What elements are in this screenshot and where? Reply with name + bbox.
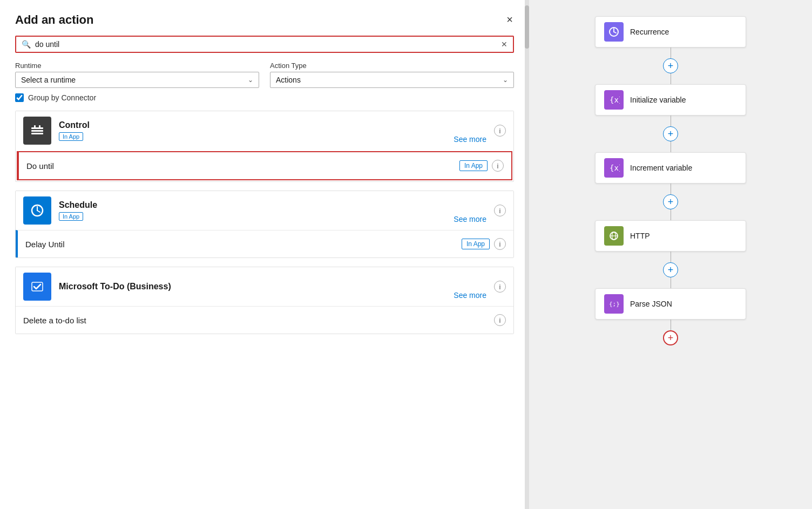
action-type-chevron: ⌄ xyxy=(503,76,508,84)
clear-search-icon[interactable]: ✕ xyxy=(501,40,508,49)
do-until-name: Do until xyxy=(26,161,54,171)
line-5 xyxy=(671,320,671,330)
mstodo-info-icon[interactable]: i xyxy=(494,281,506,293)
http-label: HTTP xyxy=(630,232,650,240)
action-type-filter: Action Type Actions ⌄ xyxy=(270,62,514,88)
control-in-app-badge: In App xyxy=(59,132,83,141)
connector-2: + xyxy=(663,116,678,152)
control-connector-icon xyxy=(23,117,51,145)
parse-json-label: Parse JSON xyxy=(630,300,672,308)
do-until-action-item[interactable]: Do until In App i xyxy=(17,151,512,180)
do-until-right: In App i xyxy=(459,160,504,172)
scrollbar-track xyxy=(525,0,529,509)
line-3 xyxy=(671,184,671,194)
connector-1: + xyxy=(663,47,678,84)
incr-var-node[interactable]: {x} Increment variable xyxy=(595,152,746,184)
action-type-value: Actions xyxy=(276,76,301,84)
control-connector-info: Control In App xyxy=(59,120,90,141)
schedule-connector-header: Schedule In App See more i xyxy=(16,191,513,230)
action-type-select[interactable]: Actions ⌄ xyxy=(270,72,514,88)
schedule-connector-info: Schedule In App xyxy=(59,200,97,221)
delay-until-info-icon[interactable]: i xyxy=(494,238,506,250)
search-box: 🔍 ✕ xyxy=(15,36,514,53)
init-var-label: Initialize variable xyxy=(630,96,686,104)
do-until-in-app-badge[interactable]: In App xyxy=(459,160,488,171)
scrollbar-thumb xyxy=(525,5,529,49)
svg-rect-0 xyxy=(31,127,43,129)
schedule-in-app-badge: In App xyxy=(59,212,83,221)
delay-until-in-app-badge[interactable]: In App xyxy=(462,239,490,249)
control-connector-name: Control xyxy=(59,120,90,130)
runtime-chevron: ⌄ xyxy=(248,76,253,84)
flow-container: Recurrence + {x} Initialize variable + xyxy=(529,11,812,351)
control-connector-group: Control In App See more i Do until In Ap… xyxy=(15,111,514,182)
connector-3: + xyxy=(663,184,678,220)
filters-row: Runtime Select a runtime ⌄ Action Type A… xyxy=(15,62,514,88)
close-button[interactable]: × xyxy=(501,11,518,28)
svg-text:{x}: {x} xyxy=(610,96,620,104)
delay-until-action-item[interactable]: Delay Until In App i xyxy=(16,230,513,257)
svg-text:{;}: {;} xyxy=(609,301,620,308)
line-1 xyxy=(671,47,671,58)
group-by-connector-label[interactable]: Group by Connector xyxy=(28,93,96,102)
svg-rect-3 xyxy=(34,125,36,128)
mstodo-connector-info: Microsoft To-Do (Business) xyxy=(59,282,171,291)
plus-btn-4[interactable]: + xyxy=(663,262,678,277)
action-type-label: Action Type xyxy=(270,62,514,70)
schedule-connector-group: Schedule In App See more i Delay Until I… xyxy=(15,191,514,258)
svg-rect-4 xyxy=(39,125,40,128)
recurrence-node[interactable]: Recurrence xyxy=(595,16,746,47)
control-connector-header: Control In App See more i xyxy=(16,111,513,150)
delay-until-right: In App i xyxy=(462,238,506,250)
runtime-label: Runtime xyxy=(15,62,259,70)
schedule-connector-icon xyxy=(23,196,51,225)
runtime-filter: Runtime Select a runtime ⌄ xyxy=(15,62,259,88)
mstodo-connector-group: Microsoft To-Do (Business) See more i De… xyxy=(15,267,514,334)
line-3b xyxy=(671,209,671,220)
parse-json-icon: {;} xyxy=(604,294,624,314)
control-see-more[interactable]: See more xyxy=(454,135,486,144)
line-1b xyxy=(671,73,671,84)
runtime-value: Select a runtime xyxy=(21,76,76,84)
svg-text:{x}: {x} xyxy=(610,164,620,172)
plus-btn-2[interactable]: + xyxy=(663,126,678,141)
group-by-connector-checkbox[interactable] xyxy=(15,93,24,102)
group-by-connector-row: Group by Connector xyxy=(15,93,514,102)
svg-line-7 xyxy=(37,211,40,212)
recurrence-icon xyxy=(604,22,624,42)
http-node[interactable]: HTTP xyxy=(595,220,746,252)
flow-designer-panel: Recurrence + {x} Initialize variable + xyxy=(529,0,812,509)
control-info-icon[interactable]: i xyxy=(494,125,506,137)
svg-rect-1 xyxy=(31,130,43,132)
mstodo-connector-name: Microsoft To-Do (Business) xyxy=(59,282,171,291)
parse-json-node[interactable]: {;} Parse JSON xyxy=(595,288,746,320)
incr-var-icon: {x} xyxy=(604,158,624,178)
schedule-connector-name: Schedule xyxy=(59,200,97,210)
plus-btn-1[interactable]: + xyxy=(663,58,678,73)
add-action-panel: Add an action × 🔍 ✕ Runtime Select a run… xyxy=(0,0,529,509)
plus-btn-5-highlighted[interactable]: + xyxy=(663,330,678,345)
runtime-select[interactable]: Select a runtime ⌄ xyxy=(15,72,259,88)
do-until-info-icon[interactable]: i xyxy=(492,160,504,172)
schedule-info-icon[interactable]: i xyxy=(494,205,506,216)
line-4b xyxy=(671,277,671,288)
recurrence-label: Recurrence xyxy=(630,28,669,36)
incr-var-label: Increment variable xyxy=(630,164,692,172)
schedule-see-more[interactable]: See more xyxy=(454,215,486,223)
delete-todo-info-icon[interactable]: i xyxy=(494,314,506,326)
search-input[interactable] xyxy=(35,40,497,49)
mstodo-connector-header: Microsoft To-Do (Business) See more i xyxy=(16,267,513,306)
mstodo-see-more[interactable]: See more xyxy=(454,291,486,300)
init-var-icon: {x} xyxy=(604,90,624,110)
delete-todo-action-item[interactable]: Delete a to-do list i xyxy=(16,306,513,334)
svg-line-11 xyxy=(614,32,616,33)
svg-rect-2 xyxy=(31,133,43,134)
panel-title: Add an action xyxy=(15,13,93,27)
line-4 xyxy=(671,252,671,262)
connector-4: + xyxy=(663,252,678,288)
search-icon: 🔍 xyxy=(22,40,31,49)
mstodo-connector-icon xyxy=(23,273,51,301)
init-var-node[interactable]: {x} Initialize variable xyxy=(595,84,746,116)
plus-btn-3[interactable]: + xyxy=(663,194,678,209)
connector-5: + xyxy=(663,320,678,345)
